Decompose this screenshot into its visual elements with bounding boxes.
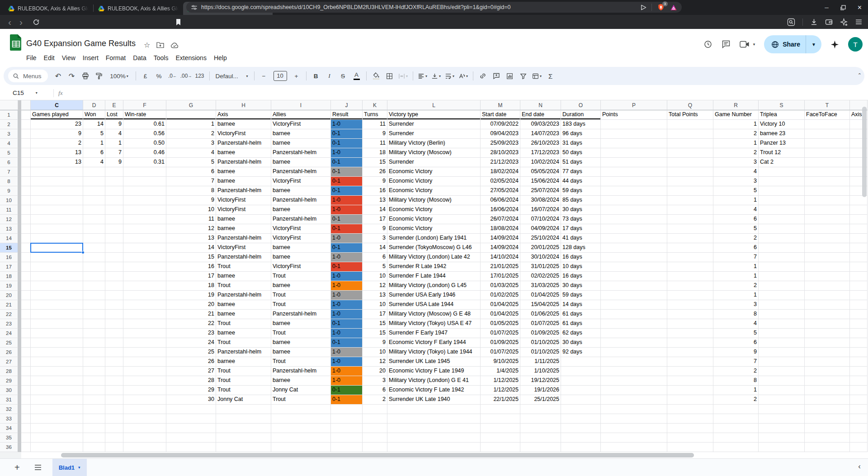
cell-U29[interactable] — [850, 376, 868, 386]
cell-D23[interactable] — [83, 319, 105, 329]
comments-icon[interactable] — [722, 40, 731, 49]
cell-J2[interactable]: 1-0 — [331, 120, 363, 129]
cell-K23[interactable]: 15 — [363, 319, 387, 329]
cell-O21[interactable]: 14 days — [561, 300, 601, 310]
cell-J21[interactable]: 1-0 — [331, 300, 363, 310]
cell-M11[interactable]: 16/06/2024 — [481, 205, 520, 215]
cell-M9[interactable]: 27/05/2024 — [481, 186, 520, 196]
cell-F36[interactable] — [123, 443, 166, 452]
cell-M34[interactable] — [481, 424, 520, 433]
cell-N19[interactable]: 31/03/2025 — [520, 281, 561, 291]
cell-K20[interactable]: 13 — [363, 291, 387, 300]
cell-U15[interactable] — [850, 243, 868, 253]
cell-I30[interactable]: Jonny Cat — [271, 386, 331, 395]
cell-T34[interactable] — [805, 424, 850, 433]
cell-M24[interactable]: 01/07/2025 — [481, 329, 520, 338]
cell-P35[interactable] — [601, 433, 667, 443]
cell-B16[interactable] — [21, 253, 31, 262]
cell-E35[interactable] — [105, 433, 123, 443]
cell-K12[interactable]: 17 — [363, 215, 387, 224]
cell-S21[interactable] — [759, 300, 805, 310]
cell-D26[interactable] — [83, 348, 105, 357]
cell-N5[interactable]: 17/12/2023 — [520, 148, 561, 158]
cell-B3[interactable] — [21, 129, 31, 139]
cell-M14[interactable]: 14/09/2024 — [481, 234, 520, 243]
window-maximize-icon[interactable] — [840, 5, 846, 10]
avatar[interactable]: T — [848, 37, 863, 52]
cell-R2[interactable]: 1 — [713, 120, 759, 129]
cell-H17[interactable]: Trout — [216, 262, 271, 272]
address-bar[interactable]: https://docs.google.com/spreadsheets/d/1… — [186, 2, 682, 13]
cell-G21[interactable]: 20 — [166, 300, 216, 310]
cell-M21[interactable]: 01/04/2025 — [481, 300, 520, 310]
cell-O14[interactable]: 41 days — [561, 234, 601, 243]
cell-B14[interactable] — [21, 234, 31, 243]
cell-R4[interactable]: 1 — [713, 139, 759, 148]
all-sheets-icon[interactable] — [34, 464, 42, 471]
cell-T32[interactable] — [805, 405, 850, 414]
cell-H15[interactable]: VictoryFirst — [216, 243, 271, 253]
cell-L3[interactable]: Surrender — [387, 129, 481, 139]
cell-O8[interactable]: 44 days — [561, 177, 601, 186]
paint-format-icon[interactable] — [93, 70, 105, 82]
cell-J6[interactable]: 0-1 — [331, 158, 363, 167]
cell-C36[interactable] — [31, 443, 83, 452]
cell-T4[interactable] — [805, 139, 850, 148]
row-header-33[interactable]: 33 — [0, 414, 18, 424]
cell-K28[interactable]: 20 — [363, 367, 387, 376]
move-folder-icon[interactable] — [156, 42, 164, 48]
cell-R13[interactable]: 5 — [713, 224, 759, 234]
cell-B27[interactable] — [21, 357, 31, 367]
cell-F5[interactable]: 0.46 — [123, 148, 166, 158]
cell-S31[interactable] — [759, 395, 805, 405]
row-header-30[interactable]: 30 — [0, 386, 18, 395]
cell-C35[interactable] — [31, 433, 83, 443]
cell-Q19[interactable] — [667, 281, 713, 291]
cell-P22[interactable] — [601, 310, 667, 319]
font-size-input[interactable]: 10 — [274, 71, 287, 81]
toolbar-search[interactable]: Menus — [8, 70, 48, 82]
cell-O26[interactable]: 92 days — [561, 348, 601, 357]
cell-M7[interactable]: 18/02/2024 — [481, 167, 520, 177]
cell-P1[interactable]: Points — [601, 110, 667, 120]
row-header-16[interactable]: 16 — [0, 253, 18, 262]
cell-G19[interactable]: 18 — [166, 281, 216, 291]
cell-D8[interactable] — [83, 177, 105, 186]
cell-B24[interactable] — [21, 329, 31, 338]
cell-F33[interactable] — [123, 414, 166, 424]
cell-S12[interactable] — [759, 215, 805, 224]
cell-L25[interactable]: Economic Victory F Early 1944 — [387, 338, 481, 348]
cell-M33[interactable] — [481, 414, 520, 424]
menu-insert[interactable]: Insert — [79, 52, 102, 63]
cell-U21[interactable] — [850, 300, 868, 310]
cell-S8[interactable] — [759, 177, 805, 186]
cell-N8[interactable]: 15/06/2024 — [520, 177, 561, 186]
cell-L11[interactable]: Economic Victory — [387, 205, 481, 215]
cell-I26[interactable]: barnee — [271, 348, 331, 357]
cell-T17[interactable] — [805, 262, 850, 272]
cell-I21[interactable]: Trout — [271, 300, 331, 310]
cell-R1[interactable]: Game Number — [713, 110, 759, 120]
cell-U25[interactable] — [850, 338, 868, 348]
cell-J30[interactable]: 0-1 — [331, 386, 363, 395]
cell-Q11[interactable] — [667, 205, 713, 215]
cell-U24[interactable] — [850, 329, 868, 338]
cell-J35[interactable] — [331, 433, 363, 443]
cell-B10[interactable] — [21, 196, 31, 205]
cell-R23[interactable]: 4 — [713, 319, 759, 329]
cell-F3[interactable]: 0.56 — [123, 129, 166, 139]
cell-N26[interactable]: 01/10/2025 — [520, 348, 561, 357]
cell-I24[interactable]: Trout — [271, 329, 331, 338]
cell-N34[interactable] — [520, 424, 561, 433]
cell-O32[interactable] — [561, 405, 601, 414]
cell-F13[interactable] — [123, 224, 166, 234]
cell-H29[interactable]: Trout — [216, 376, 271, 386]
cell-Q35[interactable] — [667, 433, 713, 443]
cell-P29[interactable] — [601, 376, 667, 386]
cell-R6[interactable]: 3 — [713, 158, 759, 167]
cell-L26[interactable]: Military Victory (Tokyo) Late 1944 — [387, 348, 481, 357]
cell-C24[interactable] — [31, 329, 83, 338]
cell-I1[interactable]: Allies — [271, 110, 331, 120]
column-header-R[interactable]: R — [713, 100, 759, 110]
cell-F10[interactable] — [123, 196, 166, 205]
